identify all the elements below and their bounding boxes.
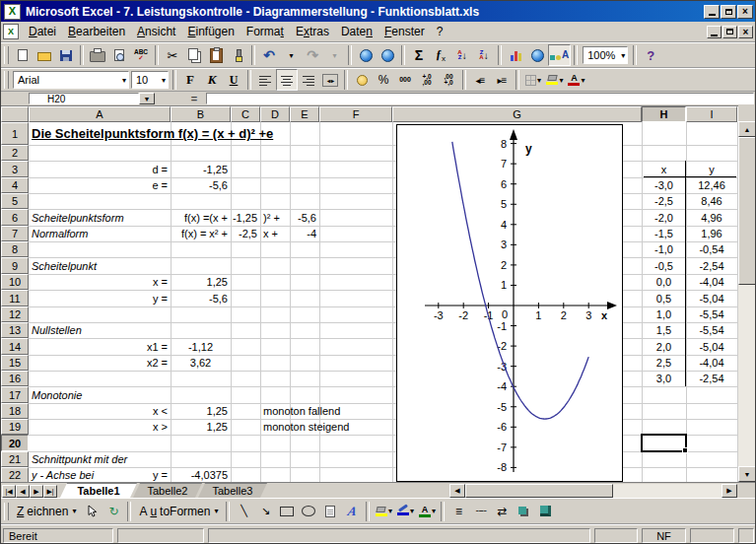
fill-color-dd-button[interactable]: ▾ — [544, 69, 566, 91]
menu-fenster[interactable]: Fenster — [378, 23, 431, 40]
column-header-C[interactable]: C — [231, 106, 260, 122]
title-bar[interactable]: X Microsoft Excel - 7. Leistungskontroll… — [1, 1, 755, 22]
cell-B6[interactable]: f(x) =(x + — [171, 209, 231, 226]
align-right-button[interactable] — [298, 69, 319, 91]
close-button[interactable]: × — [737, 5, 753, 19]
sheet-tab-tabelle2[interactable]: Tabelle2 — [133, 483, 202, 498]
cell-I12[interactable]: -5,54 — [686, 306, 737, 322]
open-button[interactable] — [34, 44, 55, 66]
cell-H6[interactable]: -2,0 — [642, 209, 686, 226]
print-button[interactable] — [87, 44, 108, 66]
column-header-D[interactable]: D — [260, 106, 290, 122]
active-cell-H20[interactable] — [641, 434, 687, 452]
cell-H13[interactable]: 1,5 — [642, 322, 686, 338]
row-header-9[interactable]: 9 — [1, 257, 29, 274]
name-box-dropdown[interactable]: ▼ — [139, 93, 155, 104]
percent-button[interactable]: % — [373, 69, 394, 91]
cell-H10[interactable]: 0,0 — [642, 274, 686, 290]
cell-B18[interactable]: 1,25 — [171, 403, 231, 419]
column-header-H[interactable]: H — [642, 106, 686, 122]
tab-scroll-prev-button[interactable]: ◀ — [16, 485, 30, 498]
cell-I13[interactable]: -5,54 — [686, 322, 737, 338]
vertical-scrollbar[interactable]: ▲▼ — [738, 121, 756, 482]
font-size-select[interactable]: 10▾ — [131, 71, 169, 89]
cell-H15[interactable]: 2,5 — [642, 355, 686, 371]
cell-A18[interactable]: x < — [29, 403, 171, 419]
cell-B14[interactable]: -1,12 — [171, 338, 231, 355]
scroll-down-button[interactable]: ▼ — [738, 466, 756, 482]
scroll-left-button[interactable]: ◀ — [449, 484, 465, 498]
cell-C7[interactable]: -2,5 — [231, 226, 260, 241]
workbook-icon[interactable]: X — [3, 24, 19, 39]
row-header-7[interactable]: 7 — [1, 226, 29, 241]
autoshapes-menu-button[interactable]: AutoFormen▾ — [134, 503, 223, 520]
row-header-10[interactable]: 10 — [1, 274, 29, 290]
shadow-button[interactable] — [513, 501, 534, 522]
sheet-tab-tabelle1[interactable]: Tabelle1 — [60, 483, 137, 498]
row-header-18[interactable]: 18 — [1, 403, 29, 419]
horizontal-scrollbar[interactable]: ◀▶ — [449, 484, 737, 498]
name-box[interactable]: H20 — [29, 93, 139, 104]
row-header-15[interactable]: 15 — [1, 355, 29, 371]
align-left-button[interactable] — [254, 69, 276, 91]
dash-style-button[interactable]: ╌╌ — [469, 501, 491, 522]
column-header-F[interactable]: F — [319, 106, 392, 122]
cell-H5[interactable]: -2,5 — [642, 193, 686, 209]
row-header-4[interactable]: 4 — [1, 177, 29, 193]
increase-indent-button[interactable]: ▸≡ — [491, 69, 513, 91]
cell-H16[interactable]: 3,0 — [642, 371, 686, 386]
3d-button[interactable] — [534, 501, 556, 522]
menu-datei[interactable]: Datei — [23, 23, 62, 40]
cell-A17[interactable]: Monotonie — [29, 386, 171, 403]
paste-function-button[interactable]: ƒx — [430, 44, 451, 66]
free-rotate-button[interactable]: ↻ — [103, 501, 124, 522]
thousands-button[interactable]: 000 — [394, 69, 416, 91]
cell-D18[interactable]: monoton fallend — [260, 403, 392, 419]
menu-bearbeiten[interactable]: Bearbeiten — [62, 23, 131, 40]
cell-B7[interactable]: f(x) = x² + — [171, 226, 231, 241]
cell-H8[interactable]: -1,0 — [642, 241, 686, 257]
font-name-select[interactable]: Arial▾ — [13, 71, 129, 89]
help-button[interactable]: ? — [640, 44, 661, 66]
line-style-button[interactable]: ≡ — [447, 501, 469, 522]
redo-button[interactable]: ↷ — [302, 44, 323, 66]
draw-menu-button[interactable]: Zeichnen▾ — [12, 503, 81, 520]
rectangle-button[interactable] — [276, 501, 298, 522]
cell-B10[interactable]: 1,25 — [171, 274, 231, 290]
edit-formula-button[interactable]: = — [186, 93, 202, 104]
map-button[interactable] — [526, 44, 548, 66]
workbook-minimize-button[interactable] — [707, 26, 722, 38]
cell-B15[interactable]: 3,62 — [171, 355, 231, 371]
increase-decimal-button[interactable]: +,0,00 — [416, 69, 438, 91]
scroll-right-button[interactable]: ▶ — [722, 484, 737, 498]
cell-E6[interactable]: -5,6 — [290, 209, 319, 226]
formula-input[interactable] — [206, 93, 754, 104]
menu-?[interactable]: ? — [431, 23, 449, 40]
wordart-button[interactable]: A — [341, 501, 363, 522]
cell-E7[interactable]: -4 — [290, 226, 319, 241]
cell-A9[interactable]: Scheitelpunkt — [29, 257, 171, 274]
column-header-G[interactable]: G — [392, 106, 642, 122]
bold-button[interactable]: F — [179, 69, 201, 91]
format-painter-button[interactable] — [227, 44, 248, 66]
cell-B19[interactable]: 1,25 — [171, 419, 231, 435]
cell-A21[interactable]: Schnittpunkt mit der — [29, 451, 171, 467]
row-header-22[interactable]: 22 — [1, 467, 29, 483]
tab-scroll-next-button[interactable]: ▶ — [30, 485, 43, 498]
menu-daten[interactable]: Daten — [335, 23, 378, 40]
drawing-button[interactable]: A — [548, 44, 571, 66]
vertical-scroll-thumb[interactable] — [738, 137, 756, 285]
zoom-box[interactable]: 100%▾ — [583, 46, 628, 64]
row-header-11[interactable]: 11 — [1, 290, 29, 306]
cell-A4[interactable]: e = — [29, 177, 171, 193]
autosum-button[interactable]: Σ — [408, 44, 430, 66]
italic-button[interactable]: K — [201, 69, 223, 91]
sheet-tab-tabelle3[interactable]: Tabelle3 — [198, 483, 267, 498]
new-document-button[interactable] — [12, 44, 34, 66]
sort-descending-button[interactable]: ZA↓ — [473, 44, 495, 66]
save-button[interactable] — [55, 44, 77, 66]
row-header-2[interactable]: 2 — [1, 145, 29, 161]
tab-scroll-first-button[interactable]: |◀ — [2, 485, 16, 498]
paste-button[interactable] — [205, 44, 227, 66]
column-header-E[interactable]: E — [290, 106, 319, 122]
